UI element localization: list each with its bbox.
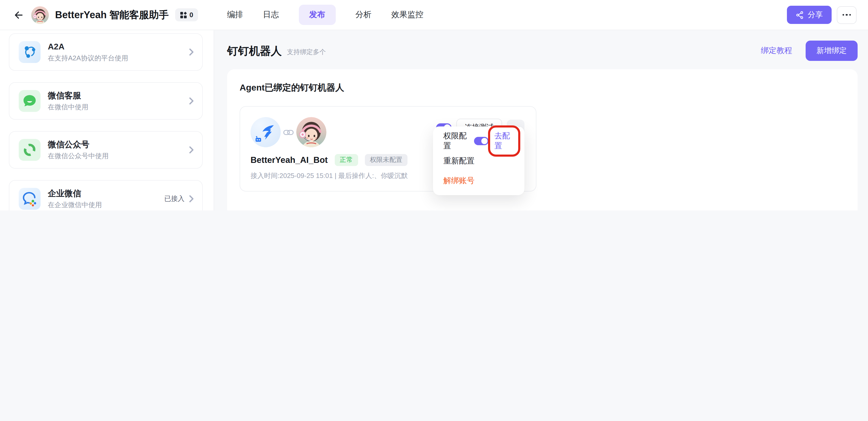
top-bar: BetterYeah 智能客服助手 0 编排 日志 发布 分析 效果监控 分享 (0, 0, 868, 30)
main-content: 钉钉机器人 支持绑定多个 绑定教程 新增绑定 Agent已绑定的钉钉机器人 (214, 30, 868, 210)
status-badge: 正常 (335, 154, 358, 166)
channel-desc: 在微信公众号中使用 (48, 152, 108, 159)
bot-avatar (296, 117, 327, 147)
more-icon (842, 14, 851, 16)
chevron-right-icon (189, 48, 194, 56)
a2a-icon (19, 41, 40, 63)
share-label: 分享 (808, 10, 823, 20)
tab-publish[interactable]: 发布 (299, 5, 336, 25)
channel-name: 微信公众号 (48, 141, 108, 149)
bot-name: BetterYeah_AI_Bot (250, 155, 328, 165)
go-configure-label: 去配置 (495, 131, 510, 150)
perm-badge: 权限未配置 (365, 154, 407, 166)
link-icon (283, 129, 294, 135)
channel-desc: 在企业微信中使用 (48, 201, 102, 208)
tutorial-link[interactable]: 绑定教程 (761, 46, 792, 56)
chevron-right-icon (189, 97, 194, 105)
app-grid-icon (180, 11, 187, 19)
app-count: 0 (189, 11, 193, 19)
perm-config-toggle[interactable] (474, 137, 489, 145)
channel-name: 微信客服 (48, 92, 88, 100)
sidebar-item-wechat-kf[interactable]: 微信客服在微信中使用 (9, 82, 203, 120)
header-more-button[interactable] (837, 6, 857, 24)
back-button[interactable] (11, 7, 26, 22)
add-binding-button[interactable]: 新增绑定 (806, 40, 858, 61)
reconfigure-label: 重新配置 (443, 156, 474, 166)
app-title: BetterYeah 智能客服助手 (55, 8, 169, 22)
dingtalk-avatar (250, 117, 281, 147)
menu-item-reconfigure[interactable]: 重新配置 (433, 151, 524, 171)
page-title: 钉钉机器人 (227, 44, 282, 58)
panel-title: Agent已绑定的钉钉机器人 (240, 82, 845, 94)
tab-orchestrate[interactable]: 编排 (227, 9, 243, 20)
chevron-right-icon (189, 146, 194, 153)
agent-avatar (31, 6, 49, 24)
tab-analysis[interactable]: 分析 (355, 9, 372, 20)
share-icon (796, 11, 804, 19)
unbind-label: 解绑账号 (443, 176, 474, 186)
sidebar-item-wechat-mp[interactable]: 微信公众号在微信公众号中使用 (9, 131, 203, 169)
sidebar-item-wecom[interactable]: 企业微信在企业微信中使用 已接入 (9, 180, 203, 210)
wecom-icon (19, 188, 40, 210)
channel-status: 已接入 (164, 194, 185, 203)
bot-actions-menu: 权限配置 去配置 重新配置 解绑账号 (433, 127, 524, 195)
robot-icon (254, 135, 262, 143)
app-window: BetterYeah 智能客服助手 0 编排 日志 发布 分析 效果监控 分享 … (0, 0, 868, 210)
menu-item-unbind[interactable]: 解绑账号 (433, 171, 524, 191)
tab-logs[interactable]: 日志 (263, 9, 279, 20)
sidebar-item-a2a[interactable]: A2A在支持A2A协议的平台使用 (9, 33, 203, 71)
go-configure-link[interactable]: 去配置 (495, 131, 514, 151)
channel-desc: 在微信中使用 (48, 104, 88, 110)
menu-item-perm-config: 权限配置 去配置 (433, 131, 524, 151)
wechat-kf-icon (19, 90, 40, 112)
tab-effect-monitor[interactable]: 效果监控 (392, 9, 424, 20)
arrow-left-icon (13, 9, 24, 21)
bound-bots-panel: Agent已绑定的钉钉机器人 BetterYeah_AI_Bot 正常 权限未 (227, 69, 858, 210)
chevron-right-icon (189, 195, 194, 202)
channel-sidebar: A2A在支持A2A协议的平台使用 微信客服在微信中使用 微信公众号在微信公众号中… (0, 30, 214, 210)
channel-name: 企业微信 (48, 190, 102, 198)
share-button[interactable]: 分享 (787, 6, 832, 24)
page-subtitle: 支持绑定多个 (287, 48, 326, 57)
perm-config-label: 权限配置 (443, 131, 470, 151)
nav-tabs: 编排 日志 发布 分析 效果监控 (227, 5, 424, 25)
channel-name: A2A (48, 43, 128, 51)
channel-desc: 在支持A2A协议的平台使用 (48, 55, 128, 61)
wechat-mp-icon (19, 139, 40, 161)
app-count-badge: 0 (175, 8, 198, 21)
